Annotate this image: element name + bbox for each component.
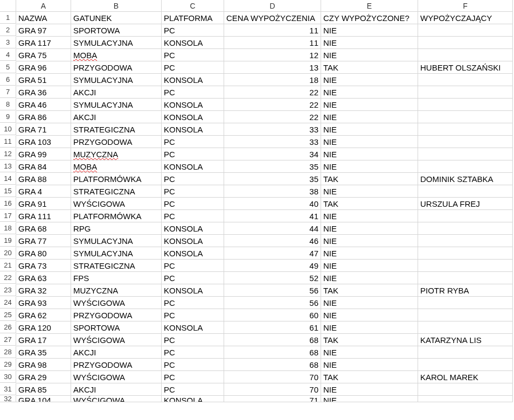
cell-F13[interactable] <box>418 160 513 173</box>
row-header-26[interactable]: 26 <box>0 321 16 333</box>
row-header-29[interactable]: 29 <box>0 359 16 370</box>
cell-D11[interactable]: 33 <box>224 136 321 148</box>
cell-C3[interactable]: KONSOLA <box>162 37 224 49</box>
cell-E15[interactable]: NIE <box>321 185 418 198</box>
cell-A11[interactable]: GRA 103 <box>16 136 71 148</box>
cell-C6[interactable]: KONSOLA <box>162 74 224 86</box>
cell-B28[interactable]: AKCJI <box>71 346 162 359</box>
cell-C8[interactable]: KONSOLA <box>162 99 224 111</box>
cell-C26[interactable]: KONSOLA <box>162 321 224 334</box>
cell-E4[interactable]: NIE <box>321 49 418 61</box>
cell-F23[interactable]: PIOTR RYBA <box>418 284 513 297</box>
cell-F5[interactable]: HUBERT OLSZAŃSKI <box>418 61 513 74</box>
cell-B4[interactable]: MOBA <box>71 49 162 61</box>
cell-D27[interactable]: 68 <box>224 334 321 346</box>
row-header-22[interactable]: 22 <box>0 272 16 284</box>
cell-E23[interactable]: TAK <box>321 284 418 297</box>
cell-B20[interactable]: SYMULACYJNA <box>71 247 162 260</box>
cell-D29[interactable]: 68 <box>224 359 321 371</box>
cell-B24[interactable]: WYŚCIGOWA <box>71 297 162 309</box>
cell-D22[interactable]: 52 <box>224 272 321 284</box>
cell-F30[interactable]: KAROL MAREK <box>418 371 513 383</box>
cell-B9[interactable]: AKCJI <box>71 111 162 123</box>
cell-C29[interactable]: PC <box>162 359 224 371</box>
cell-E30[interactable]: TAK <box>321 371 418 383</box>
row-header-3[interactable]: 3 <box>0 37 16 48</box>
cell-D6[interactable]: 18 <box>224 74 321 86</box>
cell-F4[interactable] <box>418 49 513 61</box>
cell-D10[interactable]: 33 <box>224 123 321 136</box>
cell-A28[interactable]: GRA 35 <box>16 346 71 359</box>
cell-C2[interactable]: PC <box>162 24 224 37</box>
cell-B16[interactable]: WYŚCIGOWA <box>71 198 162 210</box>
cell-A30[interactable]: GRA 29 <box>16 371 71 383</box>
cell-F24[interactable] <box>418 297 513 309</box>
cell-F18[interactable] <box>418 222 513 235</box>
row-header-17[interactable]: 17 <box>0 210 16 222</box>
cell-D30[interactable]: 70 <box>224 371 321 383</box>
cell-F32[interactable] <box>418 396 513 402</box>
row-header-18[interactable]: 18 <box>0 222 16 234</box>
cell-B27[interactable]: WYŚCIGOWA <box>71 334 162 346</box>
cell-C20[interactable]: KONSOLA <box>162 247 224 260</box>
cell-E27[interactable]: TAK <box>321 334 418 346</box>
row-header-19[interactable]: 19 <box>0 235 16 247</box>
cell-B1[interactable]: GATUNEK <box>71 12 162 24</box>
cell-F17[interactable] <box>418 210 513 222</box>
cell-E3[interactable]: NIE <box>321 37 418 49</box>
cell-C4[interactable]: PC <box>162 49 224 61</box>
cell-C24[interactable]: PC <box>162 297 224 309</box>
cell-D20[interactable]: 47 <box>224 247 321 260</box>
row-header-32[interactable]: 32 <box>0 396 16 402</box>
cell-A24[interactable]: GRA 93 <box>16 297 71 309</box>
cell-C21[interactable]: PC <box>162 260 224 272</box>
cell-E10[interactable]: NIE <box>321 123 418 136</box>
cell-B21[interactable]: STRATEGICZNA <box>71 260 162 272</box>
cell-D5[interactable]: 13 <box>224 61 321 74</box>
cell-F27[interactable]: KATARZYNA LIS <box>418 334 513 346</box>
cell-A10[interactable]: GRA 71 <box>16 123 71 136</box>
row-header-12[interactable]: 12 <box>0 148 16 160</box>
cell-D19[interactable]: 46 <box>224 235 321 247</box>
cell-C19[interactable]: KONSOLA <box>162 235 224 247</box>
cell-F10[interactable] <box>418 123 513 136</box>
row-header-11[interactable]: 11 <box>0 136 16 148</box>
cell-D16[interactable]: 40 <box>224 198 321 210</box>
cell-D21[interactable]: 49 <box>224 260 321 272</box>
cell-A14[interactable]: GRA 88 <box>16 173 71 185</box>
cell-B19[interactable]: SYMULACYJNA <box>71 235 162 247</box>
column-header-F[interactable]: F <box>418 0 513 12</box>
cell-B5[interactable]: PRZYGODOWA <box>71 61 162 74</box>
cell-A12[interactable]: GRA 99 <box>16 148 71 160</box>
cell-A20[interactable]: GRA 80 <box>16 247 71 260</box>
cell-B32[interactable]: WYŚCIGOWA <box>71 396 162 402</box>
cell-B8[interactable]: SYMULACYJNA <box>71 99 162 111</box>
cell-F3[interactable] <box>418 37 513 49</box>
cell-C1[interactable]: PLATFORMA <box>162 12 224 24</box>
cell-F11[interactable] <box>418 136 513 148</box>
cell-E26[interactable]: NIE <box>321 321 418 334</box>
cell-D17[interactable]: 41 <box>224 210 321 222</box>
cell-F29[interactable] <box>418 359 513 371</box>
cell-B10[interactable]: STRATEGICZNA <box>71 123 162 136</box>
cell-D1[interactable]: CENA WYPOŻYCZENIA <box>224 12 321 24</box>
cell-E21[interactable]: NIE <box>321 260 418 272</box>
cell-D4[interactable]: 12 <box>224 49 321 61</box>
cell-A25[interactable]: GRA 62 <box>16 309 71 321</box>
cell-F12[interactable] <box>418 148 513 160</box>
cell-B26[interactable]: SPORTOWA <box>71 321 162 334</box>
row-header-6[interactable]: 6 <box>0 74 16 86</box>
cell-E12[interactable]: NIE <box>321 148 418 160</box>
cell-E14[interactable]: TAK <box>321 173 418 185</box>
row-header-31[interactable]: 31 <box>0 383 16 395</box>
cell-D23[interactable]: 56 <box>224 284 321 297</box>
cell-B29[interactable]: PRZYGODOWA <box>71 359 162 371</box>
row-header-5[interactable]: 5 <box>0 61 16 73</box>
row-header-25[interactable]: 25 <box>0 309 16 321</box>
cell-D13[interactable]: 35 <box>224 160 321 173</box>
cell-F31[interactable] <box>418 383 513 396</box>
cell-A6[interactable]: GRA 51 <box>16 74 71 86</box>
cell-E8[interactable]: NIE <box>321 99 418 111</box>
cell-A7[interactable]: GRA 36 <box>16 86 71 99</box>
cell-E18[interactable]: NIE <box>321 222 418 235</box>
